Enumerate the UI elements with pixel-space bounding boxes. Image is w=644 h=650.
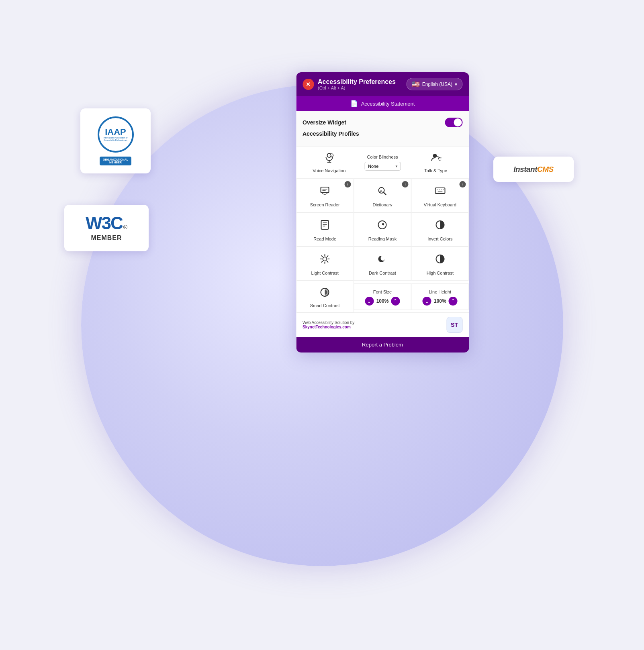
footer-logo: ST (446, 317, 462, 333)
svg-point-26 (323, 257, 327, 261)
line-height-increase-btn[interactable]: ⌃ (449, 297, 458, 306)
header-title-block: Accessibility Preferences (Ctrl + Alt + … (318, 78, 396, 90)
screen-reader-label: Screen Reader (310, 202, 340, 207)
profiles-label: Accessibility Profiles (303, 130, 462, 140)
flag-icon: 🇺🇸 (412, 80, 420, 88)
talk-icon: 💬 (430, 152, 442, 166)
font-size-increase-btn[interactable]: ⌃ (391, 297, 400, 306)
widget-header: ✕ Accessibility Preferences (Ctrl + Alt … (296, 72, 469, 96)
light-contrast-icon (319, 253, 331, 267)
iaap-badge-line2: MEMBER (109, 161, 122, 164)
language-label: English (USA) (422, 82, 452, 87)
w3c-member-label: MEMBER (91, 234, 122, 242)
talk-and-type-label: Talk & Type (424, 168, 447, 173)
virtual-keyboard-label: Virtual Keyboard (424, 202, 456, 207)
line-height-label: Line Height (429, 289, 451, 294)
instantcms-card: InstantCMS (493, 157, 574, 182)
stepper-row: Smart Contrast Font Size ⌄ 100% ⌃ Line H… (296, 281, 469, 312)
svg-line-33 (327, 256, 328, 257)
svg-rect-20 (321, 220, 329, 229)
document-icon: 📄 (350, 100, 358, 107)
iaap-acronym: IAAP (105, 128, 126, 137)
language-selector[interactable]: 🇺🇸 English (USA) ▾ (407, 78, 462, 90)
font-size-controls: ⌄ 100% ⌃ (365, 297, 400, 306)
iaap-member-badge: ORGANIZATIONAL MEMBER (100, 157, 131, 165)
w3c-logo: W3C® (86, 214, 127, 232)
statement-label: Accessibility Statement (361, 101, 415, 107)
svg-rect-14 (435, 188, 445, 194)
dictionary-icon: a (377, 185, 388, 199)
dictionary-info-badge[interactable]: i (402, 181, 409, 187)
svg-line-34 (322, 261, 323, 262)
w3c-reg: ® (123, 224, 127, 230)
invert-icon (434, 219, 446, 233)
widget-panel: ✕ Accessibility Preferences (Ctrl + Alt … (296, 72, 469, 353)
line-height-value: 100% (433, 298, 447, 304)
header-title: Accessibility Preferences (318, 78, 396, 86)
statement-bar[interactable]: 📄 Accessibility Statement (296, 96, 469, 111)
close-button[interactable]: ✕ (303, 79, 314, 90)
footer-text-line1: Web Accessibility Solution by (303, 320, 354, 325)
high-contrast-tile[interactable]: High Contrast (411, 247, 469, 281)
color-blindness-dropdown-wrapper[interactable]: None Protanopia Deuteranopia Tritanopia (364, 162, 401, 171)
svg-rect-8 (321, 187, 329, 193)
dark-contrast-icon (377, 253, 388, 267)
voice-navigation-tile[interactable]: ♪ Voice Navigation (303, 152, 356, 173)
settings-section: Oversize Widget Accessibility Profiles (296, 111, 469, 147)
dark-contrast-label: Dark Contrast (369, 271, 396, 275)
virtual-keyboard-tile[interactable]: i Virtual Keyboard (411, 178, 469, 212)
light-contrast-tile[interactable]: Light Contrast (296, 247, 354, 281)
font-size-tile: Font Size ⌄ 100% ⌃ (354, 283, 411, 310)
svg-line-12 (384, 192, 386, 195)
footer-logo-text: ST (451, 322, 458, 328)
report-problem-button[interactable]: Report a Problem (296, 337, 469, 353)
smart-contrast-tile[interactable]: Smart Contrast (296, 281, 354, 312)
svg-text:♪: ♪ (331, 155, 332, 157)
iaap-full-name: International Association of Accessibili… (99, 137, 132, 142)
reading-mask-icon (377, 219, 388, 233)
line-height-tile: Line Height ⌄ 100% ⌃ (411, 283, 469, 310)
w3c-text: W3C (86, 214, 123, 232)
read-mode-tile[interactable]: Read Mode (296, 212, 354, 247)
header-left: ✕ Accessibility Preferences (Ctrl + Alt … (303, 78, 396, 90)
oversize-widget-row: Oversize Widget (303, 118, 462, 127)
font-size-decrease-btn[interactable]: ⌄ (365, 297, 374, 306)
iaap-badge-line1: ORGANIZATIONAL (103, 158, 128, 161)
iaap-card: IAAP International Association of Access… (80, 108, 151, 173)
footer-text-block: Web Accessibility Solution by SkynetTech… (303, 320, 354, 329)
header-shortcut: (Ctrl + Alt + A) (318, 86, 396, 90)
footer-text-line2: SkynetTechnologies.com (303, 325, 354, 329)
reading-mask-tile[interactable]: Reading Mask (354, 212, 411, 247)
oversize-widget-label: Oversize Widget (303, 119, 346, 126)
invert-colors-tile[interactable]: Invert Colors (411, 212, 469, 247)
high-contrast-label: High Contrast (427, 271, 454, 275)
top-features-row: ♪ Voice Navigation Color Blindness None … (296, 147, 469, 178)
font-size-value: 100% (375, 298, 389, 304)
chevron-down-icon: ▾ (455, 82, 457, 87)
feature-grid: i Screen Reader i a Dictio (296, 178, 469, 281)
talk-and-type-tile[interactable]: 💬 Talk & Type (409, 152, 462, 173)
screen-reader-tile[interactable]: i Screen Reader (296, 178, 354, 212)
virtual-keyboard-info-badge[interactable]: i (460, 181, 466, 187)
svg-line-32 (327, 261, 328, 262)
mic-icon: ♪ (323, 152, 335, 166)
iaap-logo-circle: IAAP International Association of Access… (98, 116, 134, 153)
svg-point-5 (433, 154, 437, 158)
voice-navigation-label: Voice Navigation (313, 168, 346, 173)
color-blindness-select[interactable]: None Protanopia Deuteranopia Tritanopia (364, 162, 401, 171)
screen-reader-info-badge[interactable]: i (344, 181, 351, 187)
dictionary-tile[interactable]: i a Dictionary (354, 178, 411, 212)
color-blindness-label: Color Blindness (367, 155, 398, 159)
smart-contrast-icon (319, 287, 331, 301)
screen-reader-icon (319, 185, 331, 199)
line-height-decrease-btn[interactable]: ⌄ (423, 297, 431, 306)
read-mode-label: Read Mode (313, 236, 336, 241)
skynet-link[interactable]: SkynetTechnologies.com (303, 325, 351, 329)
dark-contrast-tile[interactable]: Dark Contrast (354, 247, 411, 281)
font-size-label: Font Size (373, 289, 392, 294)
color-blindness-tile: Color Blindness None Protanopia Deuteran… (356, 155, 409, 171)
keyboard-icon (434, 185, 446, 199)
smart-contrast-label: Smart Contrast (310, 303, 340, 308)
oversize-widget-toggle[interactable] (445, 118, 462, 127)
high-contrast-icon (434, 253, 446, 267)
